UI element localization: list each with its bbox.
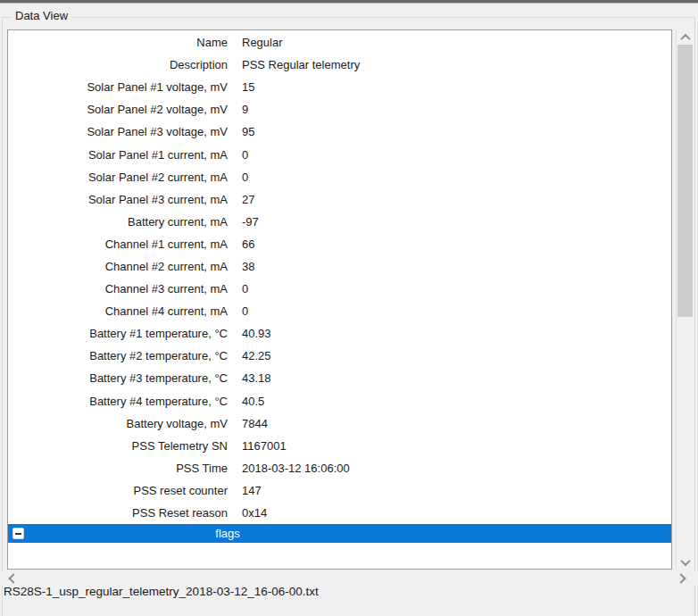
row-value: 9 (242, 103, 671, 116)
row-label: Battery #3 temperature, °C (8, 371, 228, 385)
table-row[interactable]: Channel #4 current, mA0 (8, 300, 671, 322)
row-value: 147 (242, 484, 671, 497)
row-value: 66 (242, 237, 671, 251)
row-label: Solar Panel #1 voltage, mV (8, 80, 228, 94)
row-value: 40.93 (242, 327, 671, 340)
scroll-down-button[interactable] (677, 554, 694, 570)
table-row[interactable]: NameRegular (8, 31, 671, 54)
table-row[interactable]: Channel #3 current, mA0 (8, 278, 671, 300)
row-value: Regular (242, 36, 671, 49)
row-value: PSS Regular telemetry (242, 58, 671, 71)
chevron-down-icon (680, 555, 690, 565)
table-row[interactable]: Solar Panel #3 voltage, mV95 (8, 121, 671, 143)
row-label: Channel #1 current, mA (8, 237, 228, 251)
table-row[interactable]: DescriptionPSS Regular telemetry (8, 54, 671, 76)
row-label: Channel #4 current, mA (8, 304, 228, 318)
table-row[interactable]: PSS Reset reason0x14 (8, 502, 671, 524)
table-row[interactable]: Solar Panel #1 voltage, mV15 (8, 76, 671, 98)
row-value: 40.5 (242, 395, 671, 408)
groupbox-title: Data View (12, 9, 71, 23)
row-label: Solar Panel #3 current, mA (8, 193, 228, 206)
table-row[interactable]: Channel #1 current, mA66 (8, 233, 671, 255)
row-value: 95 (242, 125, 671, 138)
opened-file-name: RS28S-1_usp_regular_telemetry_2018-03-12… (4, 585, 319, 598)
table-row[interactable]: Battery #2 temperature, °C42.25 (8, 345, 671, 367)
table-row[interactable]: PSS reset counter147 (8, 479, 671, 502)
row-value: 0 (242, 304, 671, 318)
chevron-up-icon (680, 33, 690, 43)
row-value: 0 (242, 148, 671, 162)
row-label: Battery current, mA (8, 215, 228, 229)
row-value: 27 (242, 193, 671, 206)
row-value: 0 (242, 171, 671, 184)
row-label: Solar Panel #2 voltage, mV (8, 103, 228, 116)
row-label: Description (8, 58, 228, 71)
row-value: 15 (242, 80, 671, 94)
table-row[interactable]: Battery voltage, mV7844 (8, 412, 671, 435)
horizontal-scrollbar[interactable] (2, 572, 695, 585)
row-value: 0 (242, 282, 671, 296)
table-row[interactable]: PSS Time2018-03-12 16:06:00 (8, 457, 671, 479)
table-row[interactable]: Battery #3 temperature, °C43.18 (8, 367, 671, 389)
top-divider (0, 0, 698, 4)
table-row[interactable]: Solar Panel #2 voltage, mV9 (8, 98, 671, 121)
row-label: Channel #2 current, mA (8, 260, 228, 273)
row-value: 43.18 (242, 371, 671, 385)
table-row[interactable]: Channel #2 current, mA38 (8, 255, 671, 278)
row-label: Battery #2 temperature, °C (8, 349, 228, 362)
telemetry-data-panel: NameRegularDescriptionPSS Regular teleme… (7, 29, 672, 570)
table-row[interactable]: Battery #4 temperature, °C40.5 (8, 390, 671, 412)
table-row[interactable]: Battery current, mA-97 (8, 211, 671, 233)
row-value: 2018-03-12 16:06:00 (242, 462, 671, 475)
table-row[interactable]: PSS Telemetry SN1167001 (8, 435, 671, 457)
chevron-right-icon (676, 573, 686, 583)
row-value: 7844 (242, 417, 671, 430)
row-label: Solar Panel #2 current, mA (8, 171, 228, 184)
row-label: Name (8, 36, 228, 49)
table-row[interactable]: Solar Panel #1 current, mA0 (8, 143, 671, 165)
row-label: Battery voltage, mV (8, 417, 228, 430)
row-label: Battery #4 temperature, °C (8, 395, 228, 408)
row-label: PSS Reset reason (8, 506, 228, 520)
row-label: PSS reset counter (8, 484, 228, 497)
table-row[interactable]: Battery #1 temperature, °C40.93 (8, 322, 671, 345)
row-value: 42.25 (242, 349, 671, 362)
row-label: PSS Telemetry SN (8, 439, 228, 453)
chevron-left-icon (8, 573, 18, 583)
row-value: -97 (242, 215, 671, 229)
scroll-left-button[interactable] (6, 572, 21, 585)
vertical-scrollbar-thumb[interactable] (677, 45, 693, 317)
table-row[interactable]: Solar Panel #3 current, mA27 (8, 188, 671, 211)
table-row[interactable]: Solar Panel #2 current, mA0 (8, 166, 671, 188)
scroll-up-button[interactable] (677, 29, 694, 45)
row-value: 0x14 (242, 506, 671, 520)
telemetry-rows: NameRegularDescriptionPSS Regular teleme… (8, 30, 671, 524)
row-label: Solar Panel #1 current, mA (8, 148, 228, 162)
row-value: 1167001 (242, 439, 671, 453)
flags-group-row[interactable]: flags (8, 524, 671, 543)
row-label: Battery #1 temperature, °C (8, 327, 228, 340)
flags-group-label: flags (8, 524, 447, 543)
row-label: Solar Panel #3 voltage, mV (8, 125, 228, 138)
row-value: 38 (242, 260, 671, 273)
vertical-scrollbar[interactable] (676, 29, 694, 570)
row-label: PSS Time (8, 462, 228, 475)
row-label: Channel #3 current, mA (8, 282, 228, 296)
scroll-right-button[interactable] (674, 572, 688, 585)
